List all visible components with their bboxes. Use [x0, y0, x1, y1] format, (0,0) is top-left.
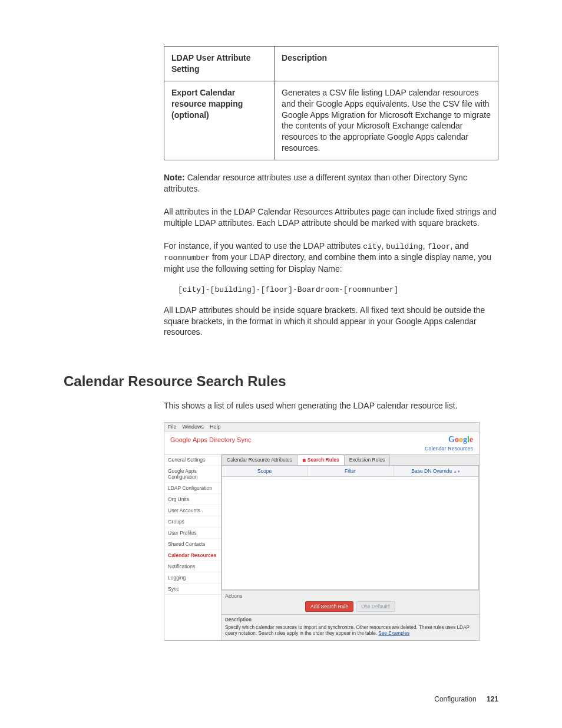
tab-exclusion-rules[interactable]: Exclusion Rules — [344, 454, 390, 465]
google-logo: Google — [448, 435, 473, 444]
tabs: Calendar Resource Attributes ■ Search Ru… — [222, 454, 479, 465]
sidebar-item-ldap-config[interactable]: LDAP Configuration — [164, 483, 221, 494]
sidebar-item-user-profiles[interactable]: User Profiles — [164, 528, 221, 539]
menu-file[interactable]: File — [168, 424, 177, 430]
sidebar: General Settings Google Apps Configurati… — [164, 454, 222, 640]
col-base-dn[interactable]: Base DN Override▴ ▾ — [394, 466, 478, 476]
instance-paragraph: For instance, if you wanted to use the L… — [164, 241, 498, 275]
sidebar-item-groups[interactable]: Groups — [164, 516, 221, 528]
tab-calendar-resource-attributes[interactable]: Calendar Resource Attributes — [222, 454, 297, 465]
col-filter-label: Filter — [345, 468, 356, 474]
tab-indicator-icon: ■ — [302, 457, 308, 463]
footer-page-number: 121 — [487, 695, 498, 703]
sidebar-item-notifications[interactable]: Notifications — [164, 561, 221, 572]
use-defaults-button[interactable]: Use Defaults — [356, 601, 395, 612]
sort-icon: ▴ ▾ — [454, 469, 460, 473]
col-filter[interactable]: Filter — [308, 466, 393, 476]
tab-search-rules[interactable]: ■ Search Rules — [297, 454, 345, 465]
description-label: Description — [225, 617, 475, 623]
description-panel: Description Specify which calendar resou… — [222, 614, 479, 640]
rules-grid: Scope Filter Base DN Override▴ ▾ — [222, 465, 479, 590]
instance-text-a: For instance, if you wanted to use the L… — [164, 241, 363, 251]
menu-help[interactable]: Help — [210, 424, 221, 430]
breadcrumb: Calendar Resources — [164, 446, 479, 454]
section-heading: Calendar Resource Search Rules — [64, 373, 498, 390]
sidebar-item-general[interactable]: General Settings — [164, 454, 221, 466]
sidebar-item-sync[interactable]: Sync — [164, 584, 221, 595]
code-city: city — [363, 242, 381, 251]
page-footer: Configuration 121 — [434, 695, 498, 703]
rules-grid-body — [222, 477, 478, 589]
code-roomnumber: roomnumber — [164, 253, 210, 262]
note-paragraph: Note: Calendar resource attributes use a… — [164, 172, 498, 195]
col-base-label: Base DN Override — [411, 468, 452, 474]
footer-section: Configuration — [434, 695, 476, 703]
instance-text-b: , and — [450, 241, 468, 251]
note-body: Calendar resource attributes use a diffe… — [164, 173, 467, 193]
outside-paragraph: All LDAP attributes should be inside squ… — [164, 305, 498, 338]
td-description: Generates a CSV file listing LDAP calend… — [275, 81, 498, 160]
code-building: building — [386, 242, 422, 251]
app-title: Google Apps Directory Sync — [170, 436, 252, 443]
attr-paragraph: All attributes in the LDAP Calendar Reso… — [164, 206, 498, 229]
ldap-attribute-table: LDAP User Attribute Setting Description … — [164, 46, 498, 160]
sidebar-item-user-accounts[interactable]: User Accounts — [164, 505, 221, 516]
actions-panel: Actions Add Search Rule Use Defaults — [222, 590, 479, 614]
sidebar-item-org-units[interactable]: Org Units — [164, 494, 221, 505]
sidebar-item-logging[interactable]: Logging — [164, 572, 221, 584]
instance-text-c: from your LDAP directory, and combine th… — [164, 252, 491, 274]
th-setting: LDAP User Attribute Setting — [164, 47, 275, 81]
note-label: Note: — [164, 173, 185, 182]
sidebar-item-shared-contacts[interactable]: Shared Contacts — [164, 539, 221, 550]
add-search-rule-button[interactable]: Add Search Rule — [305, 601, 353, 612]
menubar: File Windows Help — [164, 423, 479, 431]
th-description: Description — [275, 47, 498, 81]
col-scope[interactable]: Scope — [222, 466, 308, 476]
sidebar-item-calendar-resources[interactable]: Calendar Resources — [164, 550, 221, 561]
tab-search-rules-label: Search Rules — [308, 457, 339, 463]
app-screenshot: File Windows Help Google Apps Directory … — [164, 422, 480, 641]
col-scope-label: Scope — [257, 468, 272, 474]
section-intro: This shows a list of rules used when gen… — [164, 400, 498, 411]
see-examples-link[interactable]: See Examples — [378, 631, 409, 636]
menu-windows[interactable]: Windows — [183, 424, 204, 430]
sidebar-item-gapps-config[interactable]: Google Apps Configuration — [164, 466, 221, 483]
code-floor: floor — [427, 242, 450, 251]
td-setting: Export Calendar resource mapping (option… — [164, 81, 275, 160]
actions-label: Actions — [225, 593, 475, 599]
display-name-codeblock: [city]-[building]-[floor]-Boardroom-[roo… — [178, 285, 498, 294]
description-body: Specify which calendar resources to impo… — [225, 625, 470, 636]
